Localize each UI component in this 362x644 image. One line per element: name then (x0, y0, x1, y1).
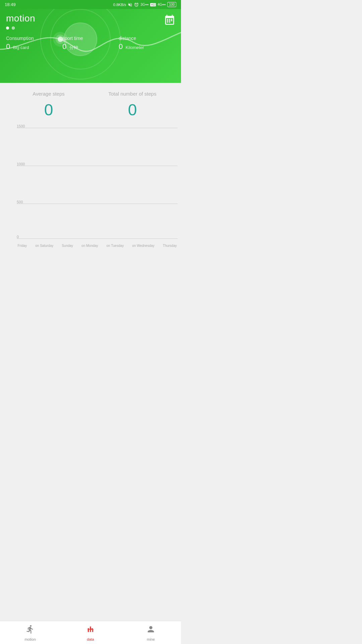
chart-x-labels: Friday on Saturday Sunday on Monday on T… (0, 242, 181, 250)
svg-rect-9 (167, 21, 168, 22)
svg-rect-4 (169, 19, 170, 20)
grid-line-0: 0 (17, 238, 178, 239)
status-bar: 18:49 0.8KB/s 3G▪▪▪ HD 4G▪▪▪ 100 (0, 0, 181, 9)
time: 18:49 (5, 2, 16, 7)
signal-4g: 4G▪▪▪ (158, 3, 166, 6)
svg-rect-10 (169, 21, 170, 22)
calendar-icon[interactable] (164, 14, 175, 27)
dot-2[interactable] (12, 26, 15, 30)
svg-rect-3 (167, 19, 168, 20)
x-label-friday: Friday (17, 244, 27, 248)
consumption-label: Consumption (6, 36, 62, 41)
alarm-icon (134, 2, 139, 7)
mute-icon (128, 2, 132, 7)
header-top: motion (6, 13, 175, 30)
total-steps-block: Total number of steps 0 (90, 91, 174, 119)
total-steps-label: Total number of steps (90, 91, 174, 97)
y-label-1000: 1000 (17, 162, 25, 166)
average-steps-block: Average steps 0 (7, 91, 90, 119)
distance-value-row: 0 Kilometer (119, 42, 175, 51)
sport-time-value: 0 (62, 42, 66, 51)
y-label-1500: 1500 (17, 124, 25, 128)
grid-line-1500: 1500 (17, 128, 178, 128)
battery: 100 (167, 2, 176, 7)
total-steps-value: 0 (90, 101, 174, 119)
stat-distance: distance 0 Kilometer (119, 36, 175, 51)
stat-consumption: Consumption 0 Big card (6, 36, 62, 51)
grid-line-1000: 1000 (17, 166, 178, 166)
average-steps-value: 0 (7, 101, 90, 119)
stat-sport-time: sport time 0 分钟 (62, 36, 119, 51)
consumption-unit: Big card (13, 45, 29, 50)
chart-container: 1500 1000 500 0 Friday on Saturday Sunda… (0, 124, 181, 250)
status-icons: 0.8KB/s 3G▪▪▪ HD 4G▪▪▪ 100 (113, 2, 176, 7)
hd-badge: HD (150, 3, 156, 6)
x-label-sunday: Sunday (62, 244, 73, 248)
app-title: motion (6, 13, 35, 24)
svg-rect-7 (169, 20, 170, 21)
header: motion Consumption 0 (0, 9, 181, 83)
x-label-saturday: on Saturday (35, 244, 53, 248)
dot-1[interactable] (6, 26, 9, 30)
x-label-tuesday: on Tuesday (107, 244, 124, 248)
grid-line-500: 500 (17, 204, 178, 204)
svg-rect-5 (171, 19, 172, 20)
consumption-value-row: 0 Big card (6, 42, 62, 51)
signal-3g: 3G▪▪▪ (140, 3, 148, 6)
average-steps-label: Average steps (7, 91, 90, 97)
svg-rect-8 (171, 20, 172, 21)
x-label-wednesday: on Wednesday (132, 244, 155, 248)
main-content: Average steps 0 Total number of steps 0 … (0, 83, 181, 250)
y-label-0: 0 (17, 235, 19, 239)
chart-area: 1500 1000 500 0 (3, 128, 178, 242)
x-label-monday: on Monday (81, 244, 98, 248)
sport-time-unit: 分钟 (69, 45, 78, 50)
y-label-500: 500 (17, 200, 23, 204)
x-label-thursday: Thursday (163, 244, 177, 248)
distance-unit: Kilometer (126, 45, 144, 50)
sport-time-value-row: 0 分钟 (62, 42, 119, 51)
steps-section: Average steps 0 Total number of steps 0 (0, 83, 181, 124)
network-speed: 0.8KB/s (113, 3, 126, 7)
sport-time-label: sport time (62, 36, 119, 41)
distance-value: 0 (119, 42, 123, 51)
svg-rect-6 (167, 20, 168, 21)
stats-row: Consumption 0 Big card sport time 0 分钟 d… (6, 36, 175, 51)
page-dots (6, 26, 35, 30)
distance-label: distance (119, 36, 175, 41)
title-area: motion (6, 13, 35, 30)
consumption-value: 0 (6, 42, 10, 51)
